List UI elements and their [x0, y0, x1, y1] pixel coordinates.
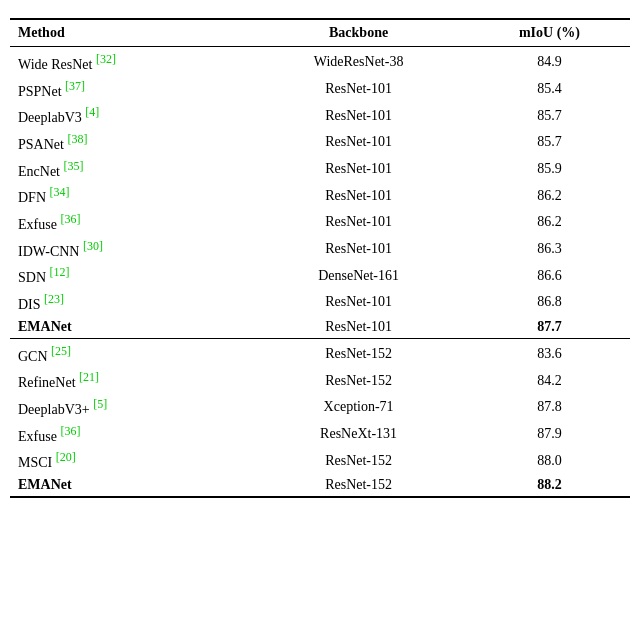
cell-method: Exfuse [36]	[10, 209, 248, 236]
cell-method: Wide ResNet [32]	[10, 47, 248, 76]
cell-backbone: ResNet-101	[248, 236, 469, 263]
cell-miou: 88.0	[469, 447, 630, 474]
col-header-backbone: Backbone	[248, 19, 469, 47]
cell-backbone: ResNet-101	[248, 209, 469, 236]
table-body: Wide ResNet [32]WideResNet-3884.9PSPNet …	[10, 47, 630, 497]
ref-number: [37]	[65, 79, 85, 93]
ref-number: [38]	[67, 132, 87, 146]
cell-backbone: ResNet-101	[248, 156, 469, 183]
cell-miou: 85.7	[469, 102, 630, 129]
cell-miou: 87.9	[469, 421, 630, 448]
cell-method: Exfuse [36]	[10, 421, 248, 448]
table-row: EMANetResNet-15288.2	[10, 474, 630, 497]
table-row: GCN [25]ResNet-15283.6	[10, 338, 630, 367]
table-row: RefineNet [21]ResNet-15284.2	[10, 367, 630, 394]
cell-backbone: Xception-71	[248, 394, 469, 421]
table-row: DeeplabV3+ [5]Xception-7187.8	[10, 394, 630, 421]
cell-method: DIS [23]	[10, 289, 248, 316]
page-container: Method Backbone mIoU (%) Wide ResNet [32…	[10, 10, 630, 498]
cell-method: MSCI [20]	[10, 447, 248, 474]
cell-backbone: ResNet-101	[248, 102, 469, 129]
ref-number: [5]	[93, 397, 107, 411]
ref-number: [30]	[83, 239, 103, 253]
cell-backbone: ResNet-152	[248, 474, 469, 497]
miou-bold: 88.2	[537, 477, 562, 492]
cell-backbone: ResNet-101	[248, 129, 469, 156]
cell-miou: 85.9	[469, 156, 630, 183]
ref-number: [36]	[60, 424, 80, 438]
cell-method: EncNet [35]	[10, 156, 248, 183]
cell-miou: 84.9	[469, 47, 630, 76]
cell-miou: 86.2	[469, 182, 630, 209]
cell-method: EMANet	[10, 316, 248, 339]
cell-backbone: ResNet-101	[248, 76, 469, 103]
cell-miou: 86.8	[469, 289, 630, 316]
ref-number: [25]	[51, 344, 71, 358]
table-row: PSPNet [37]ResNet-10185.4	[10, 76, 630, 103]
table-row: Wide ResNet [32]WideResNet-3884.9	[10, 47, 630, 76]
method-bold: EMANet	[18, 477, 72, 492]
cell-backbone: ResNet-152	[248, 338, 469, 367]
table-row: DFN [34]ResNet-10186.2	[10, 182, 630, 209]
ref-number: [21]	[79, 370, 99, 384]
cell-method: DFN [34]	[10, 182, 248, 209]
table-row: IDW-CNN [30]ResNet-10186.3	[10, 236, 630, 263]
ref-number: [12]	[50, 265, 70, 279]
cell-miou: 84.2	[469, 367, 630, 394]
comparison-table: Method Backbone mIoU (%) Wide ResNet [32…	[10, 18, 630, 498]
cell-miou: 85.4	[469, 76, 630, 103]
cell-method: IDW-CNN [30]	[10, 236, 248, 263]
miou-bold: 87.7	[537, 319, 562, 334]
table-row: EncNet [35]ResNet-10185.9	[10, 156, 630, 183]
cell-method: DeeplabV3+ [5]	[10, 394, 248, 421]
table-row: DeeplabV3 [4]ResNet-10185.7	[10, 102, 630, 129]
col-header-method: Method	[10, 19, 248, 47]
table-header: Method Backbone mIoU (%)	[10, 19, 630, 47]
cell-backbone: DenseNet-161	[248, 262, 469, 289]
table-row: SDN [12]DenseNet-16186.6	[10, 262, 630, 289]
table-row: DIS [23]ResNet-10186.8	[10, 289, 630, 316]
cell-backbone: ResNeXt-131	[248, 421, 469, 448]
ref-number: [20]	[56, 450, 76, 464]
ref-number: [4]	[85, 105, 99, 119]
table-row: MSCI [20]ResNet-15288.0	[10, 447, 630, 474]
cell-backbone: ResNet-101	[248, 289, 469, 316]
cell-method: RefineNet [21]	[10, 367, 248, 394]
cell-miou: 86.6	[469, 262, 630, 289]
table-row: Exfuse [36]ResNet-10186.2	[10, 209, 630, 236]
cell-miou: 86.3	[469, 236, 630, 263]
cell-miou: 87.7	[469, 316, 630, 339]
cell-method: PSANet [38]	[10, 129, 248, 156]
ref-number: [36]	[60, 212, 80, 226]
ref-number: [34]	[50, 185, 70, 199]
cell-miou: 88.2	[469, 474, 630, 497]
cell-miou: 85.7	[469, 129, 630, 156]
cell-method: DeeplabV3 [4]	[10, 102, 248, 129]
ref-number: [35]	[63, 159, 83, 173]
table-row: EMANetResNet-10187.7	[10, 316, 630, 339]
cell-backbone: ResNet-152	[248, 447, 469, 474]
cell-method: EMANet	[10, 474, 248, 497]
cell-backbone: ResNet-101	[248, 182, 469, 209]
header-row: Method Backbone mIoU (%)	[10, 19, 630, 47]
ref-number: [32]	[96, 52, 116, 66]
cell-miou: 86.2	[469, 209, 630, 236]
cell-backbone: WideResNet-38	[248, 47, 469, 76]
cell-method: PSPNet [37]	[10, 76, 248, 103]
col-header-miou: mIoU (%)	[469, 19, 630, 47]
cell-backbone: ResNet-152	[248, 367, 469, 394]
cell-method: SDN [12]	[10, 262, 248, 289]
cell-backbone: ResNet-101	[248, 316, 469, 339]
cell-method: GCN [25]	[10, 338, 248, 367]
cell-miou: 83.6	[469, 338, 630, 367]
ref-number: [23]	[44, 292, 64, 306]
table-row: Exfuse [36]ResNeXt-13187.9	[10, 421, 630, 448]
cell-miou: 87.8	[469, 394, 630, 421]
method-bold: EMANet	[18, 319, 72, 334]
table-row: PSANet [38]ResNet-10185.7	[10, 129, 630, 156]
